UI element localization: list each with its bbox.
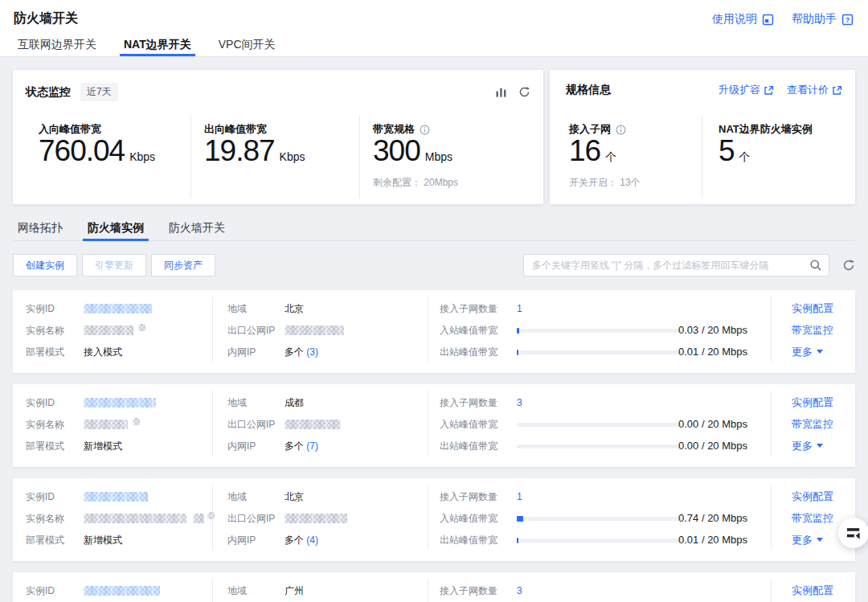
label-inbound-bandwidth: 入站峰值带宽 [440,512,497,525]
inbound-bandwidth-bar [517,329,682,333]
instance-row: 实例ID 实例名称 部署模式 新增模式 地域 成都 出口公网IP 内网IP 多个… [13,384,855,467]
instance-config-link[interactable]: 实例配置 [792,396,833,409]
metric-inbound-peak: 入向峰值带宽 760.04Kbps [13,116,190,199]
chevron-down-icon [817,350,823,354]
region-value: 广州 [285,584,304,597]
redacted-instance-name [84,514,186,523]
metric-outbound-peak: 出向峰值带宽 19.87Kbps [190,116,359,199]
bandwidth-monitor-link[interactable]: 带宽监控 [792,418,833,431]
upgrade-link[interactable]: 升级扩容 [719,83,774,97]
metric-value: 16 [569,134,600,167]
spec-info-card: 规格信息 升级扩容 查看计价 接入子网 1 [550,70,855,204]
help-assistant-label: 帮助助手 [792,12,837,27]
metric-label: 接入子网 [569,124,611,135]
redacted-public-ip [285,420,341,429]
subnet-count-value[interactable]: 3 [517,396,522,409]
private-ip-value: 多个 (7) [285,440,318,453]
metric-unit: Mbps [425,150,452,163]
refresh-icon[interactable] [518,86,530,98]
label-instance-id: 实例ID [26,490,55,503]
metric-value: 5 [719,134,735,167]
instance-config-link[interactable]: 实例配置 [792,584,833,597]
label-instance-id: 实例ID [26,396,55,409]
toolbar: 创建实例 引擎更新 同步资产 [13,254,855,276]
label-deploy-mode: 部署模式 [26,440,64,453]
status-monitor-card: 状态监控 近7天 入向峰值带宽 760.04Kbps 出向峰值带宽 19.87K… [13,70,543,204]
private-ip-count-link[interactable]: (3) [306,346,318,358]
metric-label: NAT边界防火墙实例 [719,124,813,135]
tab-vpc[interactable]: VPC间开关 [215,38,280,56]
label-instance-name: 实例名称 [26,512,64,525]
subnet-count-value[interactable]: 3 [517,584,522,597]
redacted-instance-name-2 [193,514,204,523]
private-ip-value: 多个 (4) [285,534,318,547]
label-subnet-count: 接入子网数量 [440,490,497,503]
label-outbound-bandwidth: 出站峰值带宽 [440,346,497,358]
help-assistant-link[interactable]: 帮助助手 ? [792,12,854,27]
search-input[interactable] [523,254,829,276]
metric-nat-instances: NAT边界防火墙实例 5个 [702,116,813,199]
tab-nat-boundary[interactable]: NAT边界开关 [120,38,195,56]
bar-chart-icon[interactable] [495,86,507,98]
external-link-icon [832,85,842,96]
deploy-mode-value: 新增模式 [84,440,122,453]
region-value: 北京 [285,490,304,503]
region-value: 成都 [285,396,304,409]
label-outbound-bandwidth: 出站峰值带宽 [440,534,497,547]
metric-unit: Kbps [280,150,305,163]
metric-access-subnets: 接入子网 16个 开关开启： 13个 [550,116,702,199]
metric-unit: Kbps [129,150,155,163]
sync-assets-button[interactable]: 同步资产 [151,254,215,276]
inbound-bandwidth-bar [517,517,682,521]
page-title: 防火墙开关 [14,10,78,27]
more-link[interactable]: 更多 [792,440,823,453]
spec-card-title: 规格信息 [566,83,611,97]
redacted-instance-name [84,326,133,335]
label-region: 地域 [227,302,247,315]
collapse-panel-icon [846,526,861,540]
private-ip-count-link[interactable]: (4) [306,534,318,546]
label-instance-id: 实例ID [26,302,55,315]
redacted-instance-id [84,492,148,502]
tab-network-topology[interactable]: 网络拓扑 [13,221,68,240]
private-ip-count-link[interactable]: (7) [306,440,318,452]
engine-update-button[interactable]: 引擎更新 [82,254,146,276]
refresh-list-icon[interactable] [842,259,855,272]
metric-value: 300 [373,134,420,167]
more-link[interactable]: 更多 [792,346,823,358]
deploy-mode-value: 新增模式 [84,534,122,547]
inbound-bandwidth-value: 0.00 / 20 Mbps [678,418,747,431]
chevron-down-icon [817,444,823,448]
instance-row: 实例ID 实例名称 部署模式 接入模式 地域 北京 出口公网IP 内网IP 多个… [13,290,855,373]
metric-value: 19.87 [204,134,275,167]
usage-doc-link[interactable]: 使用说明 [712,12,774,27]
tab-firewall-switch[interactable]: 防火墙开关 [164,221,230,240]
redacted-instance-name-tail [138,324,145,331]
instance-view-tabs: 网络拓扑 防火墙实例 防火墙开关 [13,221,855,241]
tab-internet-boundary[interactable]: 互联网边界开关 [14,38,100,56]
search-icon[interactable] [809,259,822,272]
instance-config-link[interactable]: 实例配置 [792,302,833,315]
pricing-link[interactable]: 查看计价 [787,83,842,97]
side-panel-toggle-button[interactable] [838,518,868,548]
instance-config-link[interactable]: 实例配置 [792,490,833,503]
create-instance-button[interactable]: 创建实例 [13,254,77,276]
private-ip-multi: 多个 [285,534,304,546]
metric-unit: 个 [739,150,751,163]
deploy-mode-value: 接入模式 [84,346,122,358]
upgrade-label: 升级扩容 [719,83,760,97]
bandwidth-monitor-link[interactable]: 带宽监控 [792,324,833,337]
subnet-count-value[interactable]: 1 [517,302,522,315]
more-link[interactable]: 更多 [792,534,823,547]
redacted-instance-id [84,398,156,407]
bandwidth-monitor-link[interactable]: 带宽监控 [792,512,833,525]
info-icon[interactable] [420,125,430,135]
tab-firewall-instance[interactable]: 防火墙实例 [83,221,149,240]
info-icon[interactable] [616,125,626,135]
svg-text:?: ? [845,15,850,23]
instance-list: 实例ID 实例名称 部署模式 接入模式 地域 北京 出口公网IP 内网IP 多个… [13,290,855,602]
label-public-ip: 出口公网IP [227,418,275,431]
boundary-tabs: 互联网边界开关 NAT边界开关 VPC间开关 [14,38,280,56]
subnet-count-value[interactable]: 1 [517,490,522,503]
pricing-label: 查看计价 [787,83,829,97]
